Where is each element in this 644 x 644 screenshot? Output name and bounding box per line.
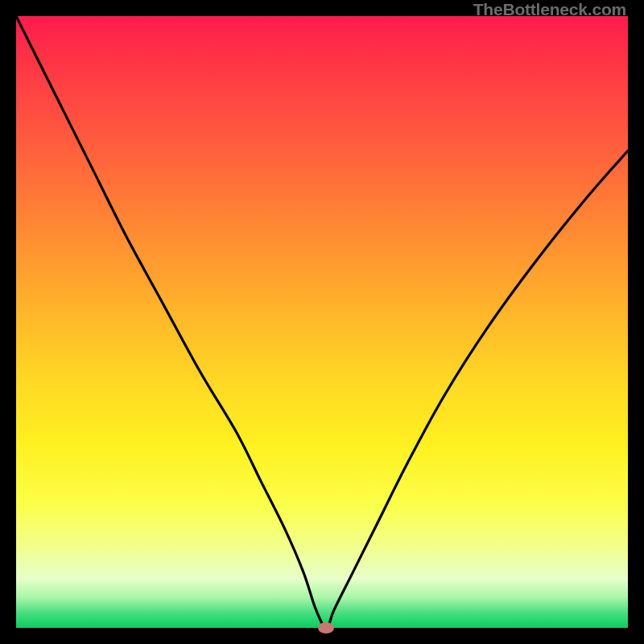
watermark-text: TheBottleneck.com xyxy=(473,0,626,19)
chart-frame: TheBottleneck.com xyxy=(0,0,644,644)
plot-background-gradient xyxy=(16,16,628,628)
optimal-point-marker xyxy=(318,622,334,634)
